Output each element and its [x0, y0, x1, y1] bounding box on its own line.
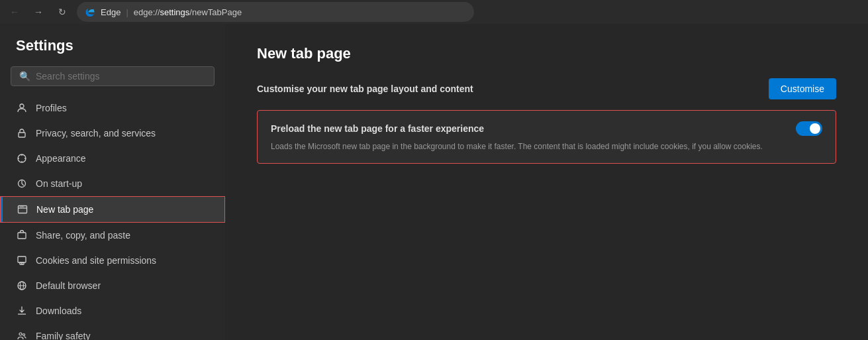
url-display: edge://settings/newTabPage — [134, 6, 242, 18]
sidebar-item-profiles[interactable]: Profiles — [0, 95, 225, 121]
search-input[interactable] — [36, 71, 206, 82]
sidebar-item-label-appearance: Appearance — [36, 153, 86, 164]
main-layout: Settings 🔍 ProfilesPrivacy, search, and … — [0, 24, 868, 340]
toggle-track[interactable] — [796, 121, 822, 136]
svg-rect-6 — [18, 256, 26, 262]
back-button[interactable]: ← — [5, 3, 24, 21]
sidebar-item-newtabpage[interactable]: New tab page — [0, 196, 225, 223]
startup-icon — [16, 178, 28, 190]
sidebar-item-downloads[interactable]: Downloads — [0, 298, 225, 323]
edge-logo-icon — [85, 7, 95, 17]
sidebar-item-label-downloads: Downloads — [36, 306, 81, 316]
sidebar-item-label-privacy: Privacy, search, and services — [36, 128, 156, 139]
sidebar-item-cookies[interactable]: Cookies and site permissions — [0, 248, 225, 273]
sidebar-title: Settings — [0, 37, 225, 65]
downloads-icon — [16, 305, 28, 317]
familysafety-icon — [16, 330, 28, 340]
svg-point-11 — [23, 334, 25, 336]
toggle-thumb — [810, 123, 820, 134]
sidebar-item-startup[interactable]: On start-up — [0, 171, 225, 196]
privacy-icon — [16, 127, 28, 139]
sidebar-item-label-profiles: Profiles — [36, 103, 67, 113]
sidebar-item-label-cookies: Cookies and site permissions — [36, 255, 156, 266]
cookies-icon — [16, 255, 28, 266]
browser-name: Edge — [101, 7, 121, 17]
profiles-icon — [16, 102, 28, 114]
sidebar-item-label-startup: On start-up — [36, 178, 82, 189]
url-path: settings — [160, 7, 190, 17]
preload-card: Preload the new tab page for a faster ex… — [257, 110, 836, 164]
content-area: New tab page Customise your new tab page… — [225, 24, 868, 340]
svg-rect-4 — [19, 206, 27, 213]
url-prefix: edge:// — [134, 7, 160, 17]
sidebar-item-label-newtabpage: New tab page — [36, 204, 93, 215]
customise-button[interactable]: Customise — [769, 78, 836, 99]
svg-rect-1 — [19, 133, 25, 137]
forward-button[interactable]: → — [29, 3, 48, 21]
preload-toggle[interactable] — [796, 121, 822, 136]
svg-point-10 — [19, 333, 22, 335]
sidebar-item-label-share: Share, copy, and paste — [36, 230, 130, 241]
page-title: New tab page — [257, 45, 836, 62]
search-icon: 🔍 — [19, 71, 30, 82]
sidebar-item-label-defaultbrowser: Default browser — [36, 280, 101, 291]
sidebar-item-privacy[interactable]: Privacy, search, and services — [0, 121, 225, 146]
sidebar-item-label-familysafety: Family safety — [36, 331, 90, 340]
preload-description: Loads the Microsoft new tab page in the … — [271, 141, 822, 152]
newtabpage-icon — [17, 203, 28, 215]
preload-title: Preload the new tab page for a faster ex… — [271, 123, 484, 134]
preload-header: Preload the new tab page for a faster ex… — [271, 121, 822, 136]
titlebar: ← → ↻ Edge | edge://settings/newTabPage — [0, 0, 868, 24]
svg-rect-5 — [18, 233, 26, 239]
sidebar-items-list: ProfilesPrivacy, search, and servicesApp… — [0, 95, 225, 340]
search-box[interactable]: 🔍 — [11, 66, 215, 86]
defaultbrowser-icon — [16, 280, 28, 292]
sidebar-item-appearance[interactable]: Appearance — [0, 146, 225, 171]
address-bar[interactable]: Edge | edge://settings/newTabPage — [77, 2, 474, 22]
customise-row: Customise your new tab page layout and c… — [257, 78, 836, 99]
appearance-icon — [16, 152, 28, 164]
sidebar-item-familysafety[interactable]: Family safety — [0, 323, 225, 340]
sidebar: Settings 🔍 ProfilesPrivacy, search, and … — [0, 24, 225, 340]
url-separator: | — [126, 7, 128, 17]
customise-label: Customise your new tab page layout and c… — [257, 84, 473, 94]
refresh-button[interactable]: ↻ — [53, 3, 72, 21]
svg-point-0 — [20, 104, 24, 108]
url-suffix: /newTabPage — [189, 7, 242, 17]
sidebar-item-defaultbrowser[interactable]: Default browser — [0, 273, 225, 298]
sidebar-item-share[interactable]: Share, copy, and paste — [0, 223, 225, 248]
share-icon — [16, 229, 28, 241]
